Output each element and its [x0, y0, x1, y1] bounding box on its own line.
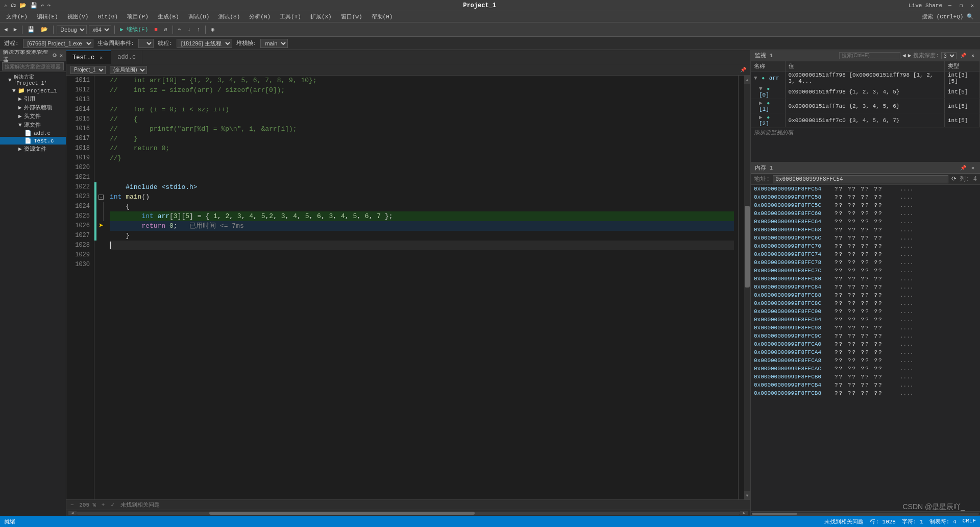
horizontal-scrollbar[interactable]: ◀ ▶	[66, 510, 750, 516]
global-scope-select[interactable]: (全局范围)	[110, 66, 147, 74]
memory-refresh-btn[interactable]: ⟳	[951, 175, 957, 183]
memory-pin-btn[interactable]: 📌	[959, 164, 968, 172]
resource-files-item[interactable]: ▶ 资源文件	[0, 145, 66, 153]
vertical-scrollbar[interactable]: ▲ ▼	[744, 76, 750, 499]
memory-address-input[interactable]	[773, 175, 948, 183]
collapse-btn-1023[interactable]: -	[99, 195, 104, 200]
tab-add-c[interactable]: add.c	[111, 51, 142, 64]
menu-git[interactable]: Git(G)	[93, 13, 122, 21]
stop-btn[interactable]: ■	[152, 25, 160, 35]
project-label: Project_1	[27, 88, 57, 94]
watch-search-input[interactable]	[839, 52, 900, 59]
refs-expand-icon: ▶	[18, 95, 22, 102]
memory-close-btn[interactable]: ✕	[970, 164, 976, 172]
live-share-btn[interactable]: Live Share	[909, 3, 942, 9]
menu-build[interactable]: 生成(B)	[154, 12, 183, 21]
step-into-btn[interactable]: ↓	[185, 25, 193, 35]
arr1-expand-icon[interactable]: ▶	[759, 100, 763, 106]
watch-row-arr[interactable]: ▼ ● arr 0x000000151aff798 [0x000000151af…	[751, 71, 980, 85]
toolbar-forward[interactable]: ▶	[12, 25, 19, 35]
code-line-1020	[110, 163, 734, 173]
toolbar-back[interactable]: ◀	[2, 25, 10, 35]
menu-file[interactable]: 文件(F)	[2, 12, 32, 21]
scroll-track[interactable]	[77, 512, 740, 515]
menu-project[interactable]: 项目(P)	[123, 12, 153, 21]
menu-view[interactable]: 视图(V)	[63, 12, 93, 21]
code-line-1015: // {	[110, 114, 734, 124]
solution-item[interactable]: ▼ 解决方案 'Project_1'	[0, 73, 66, 87]
memory-scroll-thumb[interactable]	[752, 513, 797, 515]
scroll-left-btn[interactable]: ◀	[68, 511, 77, 515]
memory-row-20: 0x00000000999F8FFCA4 ?? ?? ?? ?? ....	[751, 348, 980, 356]
tab-test-c[interactable]: Test.c ✕	[66, 51, 111, 64]
watch-search-next-btn[interactable]: ▶	[908, 52, 912, 59]
menu-extensions[interactable]: 扩展(X)	[306, 12, 336, 21]
external-item[interactable]: ▶ 外部依赖项	[0, 103, 66, 112]
step-over-btn[interactable]: ↷	[176, 25, 184, 35]
zoom-in-btn[interactable]: +	[102, 502, 105, 508]
editor-pin-btn[interactable]: 📌	[740, 67, 746, 73]
restore-btn[interactable]: ❐	[958, 2, 965, 9]
watch-search-prev-btn[interactable]: ◀	[902, 52, 906, 59]
title-bar-title: Project_1	[463, 2, 496, 9]
project-scope-select[interactable]: Project_1	[70, 66, 106, 74]
arch-select[interactable]: x64	[89, 25, 111, 34]
menu-test[interactable]: 测试(S)	[214, 12, 244, 21]
continue-btn[interactable]: ▶ 继续(F)	[118, 25, 150, 35]
header-files-item[interactable]: ▶ 头文件	[0, 112, 66, 121]
thread-select[interactable]: [181296] 主线程	[177, 39, 232, 48]
restart-btn[interactable]: ↺	[162, 25, 169, 35]
add-c-item[interactable]: 📄 add.c	[0, 129, 66, 137]
arr2-expand-icon[interactable]: ▶	[759, 114, 763, 121]
memory-panel: 内存 1 📌 ✕ 地址: ⟳ 列: 4 0x00000000999F8FFC54…	[751, 162, 980, 516]
arr-expand-icon[interactable]: ▼	[754, 75, 757, 81]
resource-files-expand-icon: ▶	[18, 146, 22, 152]
breakpoints-btn[interactable]: ◉	[209, 25, 216, 35]
watch-row-1[interactable]: ▶ ● [1] 0x000000151aff7ac {2, 3, 4, 5, 6…	[751, 99, 980, 113]
menu-debug[interactable]: 调试(D)	[184, 12, 214, 21]
menu-help[interactable]: 帮助(H)	[368, 12, 397, 21]
source-files-item[interactable]: ▼ 源文件	[0, 121, 66, 129]
minimize-btn[interactable]: —	[946, 2, 953, 9]
debug-config-select[interactable]: Debug	[57, 25, 87, 34]
memory-panel-btns: 📌 ✕	[959, 164, 976, 172]
zoom-out-btn[interactable]: −	[70, 502, 74, 508]
watch-close-btn[interactable]: ✕	[970, 52, 976, 59]
solution-label: 解决方案 'Project_1'	[14, 74, 63, 86]
menu-window[interactable]: 窗口(W)	[337, 12, 366, 21]
process-select[interactable]: [67668] Project_1.exe	[23, 39, 93, 48]
add-watch-btn[interactable]: 添加要监视的项	[751, 128, 980, 137]
tab-test-c-close[interactable]: ✕	[97, 54, 105, 61]
arr0-expand-icon[interactable]: ▼	[759, 86, 763, 92]
header-files-label: 头文件	[24, 112, 41, 120]
scroll-down-btn[interactable]: ▼	[744, 491, 750, 499]
memory-scrollbar[interactable]	[751, 511, 980, 515]
watch-row-0[interactable]: ▼ ● [0] 0x000000151aff798 {1, 2, 3, 4, 5…	[751, 85, 980, 99]
toolbar-open[interactable]: 📂	[39, 25, 50, 35]
close-btn[interactable]: ✕	[969, 2, 976, 9]
scroll-up-btn[interactable]: ▲	[744, 76, 750, 84]
code-editor[interactable]: // int arr[10] = {1, 2, 3, 4, 5, 6, 7, 8…	[106, 76, 738, 499]
sidebar-sync-btn[interactable]: ⟳	[53, 52, 57, 59]
watch-row-2[interactable]: ▶ ● [2] 0x000000151aff7c0 {3, 4, 5, 6, 7…	[751, 113, 980, 128]
menu-tools[interactable]: 工具(T)	[276, 12, 305, 21]
project-item[interactable]: ▼ 📁 Project_1	[0, 87, 66, 94]
zoom-value: 205 %	[79, 502, 96, 508]
stack-select[interactable]: main	[260, 39, 288, 48]
scroll-thumb-h[interactable]	[209, 512, 475, 515]
test-c-item[interactable]: 📄 Test.c	[0, 137, 66, 145]
toolbar-save[interactable]: 💾	[26, 25, 37, 35]
menu-analyze[interactable]: 分析(N)	[245, 12, 275, 21]
step-out-btn[interactable]: ↑	[195, 25, 203, 35]
code-container: 1011 1012 1013 1014 1015 1016 1017 1018 …	[66, 76, 750, 499]
event-select[interactable]	[138, 39, 154, 48]
menu-edit[interactable]: 编辑(E)	[33, 12, 62, 21]
refs-item[interactable]: ▶ 引用	[0, 94, 66, 103]
scroll-thumb[interactable]	[745, 206, 750, 288]
scroll-right-btn[interactable]: ▶	[740, 511, 748, 515]
sidebar-search-input[interactable]	[2, 62, 64, 70]
search-box[interactable]: 搜索 (Ctrl+Q) 🔍	[918, 13, 978, 20]
sidebar-close-btn[interactable]: ✕	[59, 52, 63, 59]
search-depth-select[interactable]: 3	[941, 52, 957, 59]
watch-pin-btn[interactable]: 📌	[959, 52, 968, 59]
